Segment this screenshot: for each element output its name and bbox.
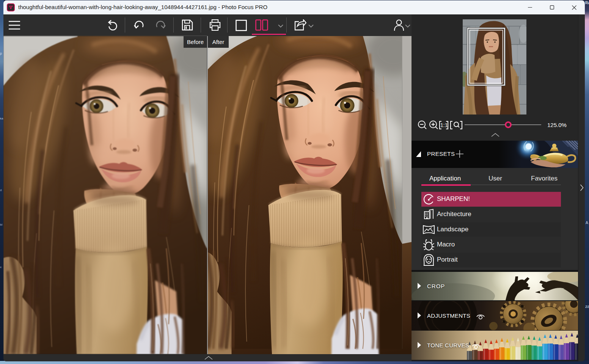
svg-text:1:1: 1:1	[440, 122, 448, 128]
